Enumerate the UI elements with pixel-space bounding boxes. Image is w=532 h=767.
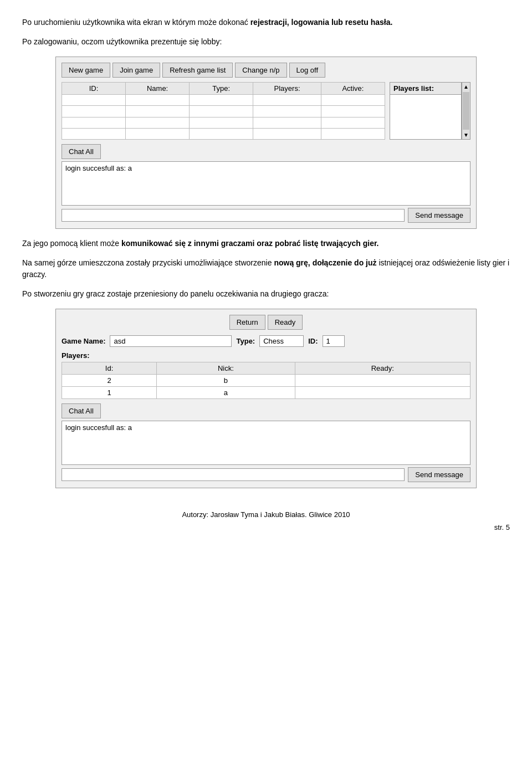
type-input[interactable] [259, 335, 304, 347]
game-info-row: Game Name: Type: ID: [62, 335, 470, 347]
col-header-id: ID: [62, 83, 126, 95]
chat-input-row: Send message [62, 208, 470, 223]
page-number: str. 5 [22, 523, 510, 531]
intro-para5: Po stworzeniu gry gracz zostaje przenies… [22, 288, 510, 300]
change-np-button[interactable]: Change n/p [235, 63, 287, 78]
lobby-panel: New game Join game Refresh game list Cha… [55, 57, 477, 229]
col-header-players: Players: [253, 83, 321, 95]
table-cell-id: 2 [62, 375, 157, 387]
scrollbar[interactable]: ▲ ▼ [462, 82, 470, 140]
intro-bold2: komunikować się z innymi graczami oraz p… [121, 239, 379, 248]
chat-input[interactable] [62, 209, 405, 222]
id-label: ID: [308, 337, 318, 345]
send-message-button[interactable]: Send message [408, 208, 470, 223]
table-cell-nick: b [157, 375, 295, 387]
intro-bold1: rejestracji, logowania lub resetu hasła. [250, 18, 393, 27]
scroll-thumb[interactable] [463, 92, 469, 130]
intro-para1: Po uruchomieniu użytkownika wita ekran w… [22, 17, 510, 28]
waiting-chat-input[interactable] [62, 468, 405, 481]
scroll-down-arrow[interactable]: ▼ [462, 131, 470, 139]
waiting-chat-input-row: Send message [62, 467, 470, 482]
table-cell-ready [295, 375, 470, 387]
lobby-toolbar: New game Join game Refresh game list Cha… [62, 63, 470, 78]
chat-log-text: login succesfull as: a [65, 164, 132, 172]
type-label: Type: [236, 337, 255, 345]
players-list-container: Players list: ▲ ▼ [390, 82, 470, 140]
new-game-button[interactable]: New game [62, 63, 110, 78]
players-list-body [390, 95, 461, 139]
waiting-chat-log-text: login succesfull as: a [65, 423, 132, 432]
chat-log: login succesfull as: a [62, 161, 470, 206]
table-row: 2b [62, 375, 470, 387]
table-cell-id: 1 [62, 387, 157, 399]
table-cell-ready [295, 387, 470, 399]
waiting-chat-log: login succesfull as: a [62, 421, 470, 465]
players-section-label: Players: [62, 351, 470, 360]
waiting-col-id: Id: [62, 362, 157, 375]
game-list-area: ID: Name: Type: Players: Active: Players… [62, 82, 470, 140]
intro-para3: Za jego pomocą klient może komunikować s… [22, 238, 510, 249]
scroll-up-arrow[interactable]: ▲ [462, 83, 470, 91]
intro-para4: Na samej górze umieszczona zostały przyc… [22, 257, 510, 280]
table-row [62, 117, 385, 128]
waiting-col-ready: Ready: [295, 362, 470, 375]
waiting-col-nick: Nick: [157, 362, 295, 375]
footer-text: Autorzy: Jarosław Tyma i Jakub Białas. G… [182, 510, 350, 519]
refresh-button[interactable]: Refresh game list [162, 63, 233, 78]
game-name-label: Game Name: [62, 337, 105, 345]
waiting-send-message-button[interactable]: Send message [408, 467, 470, 482]
chat-all-button[interactable]: Chat All [62, 144, 101, 159]
chat-section: Chat All login succesfull as: a Send mes… [62, 144, 470, 223]
players-list-panel: Players list: [390, 82, 462, 140]
waiting-toolbar: Return Ready [62, 315, 470, 330]
col-header-name: Name: [126, 83, 190, 95]
game-name-input[interactable] [110, 335, 232, 347]
id-input[interactable] [323, 335, 345, 347]
game-table: ID: Name: Type: Players: Active: [62, 82, 385, 140]
table-row [62, 106, 385, 117]
intro-para2: Po zalogowaniu, oczom użytkownika prezen… [22, 36, 510, 48]
intro-bold3: nową grę, dołączenie do już [274, 258, 376, 267]
col-header-type: Type: [190, 83, 253, 95]
waiting-chat-all-button[interactable]: Chat All [62, 403, 101, 418]
players-table: Id: Nick: Ready: 2b1a [62, 362, 470, 399]
waiting-panel: Return Ready Game Name: Type: ID: Player… [55, 309, 477, 488]
return-button[interactable]: Return [229, 315, 265, 330]
ready-button[interactable]: Ready [268, 315, 303, 330]
table-cell-nick: a [157, 387, 295, 399]
table-row [62, 128, 385, 139]
join-game-button[interactable]: Join game [112, 63, 160, 78]
players-list-header: Players list: [390, 83, 461, 95]
table-row [62, 95, 385, 106]
footer: Autorzy: Jarosław Tyma i Jakub Białas. G… [22, 510, 510, 519]
waiting-chat-section: Chat All login succesfull as: a Send mes… [62, 403, 470, 482]
log-off-button[interactable]: Log off [289, 63, 326, 78]
table-row: 1a [62, 387, 470, 399]
col-header-active: Active: [321, 83, 385, 95]
